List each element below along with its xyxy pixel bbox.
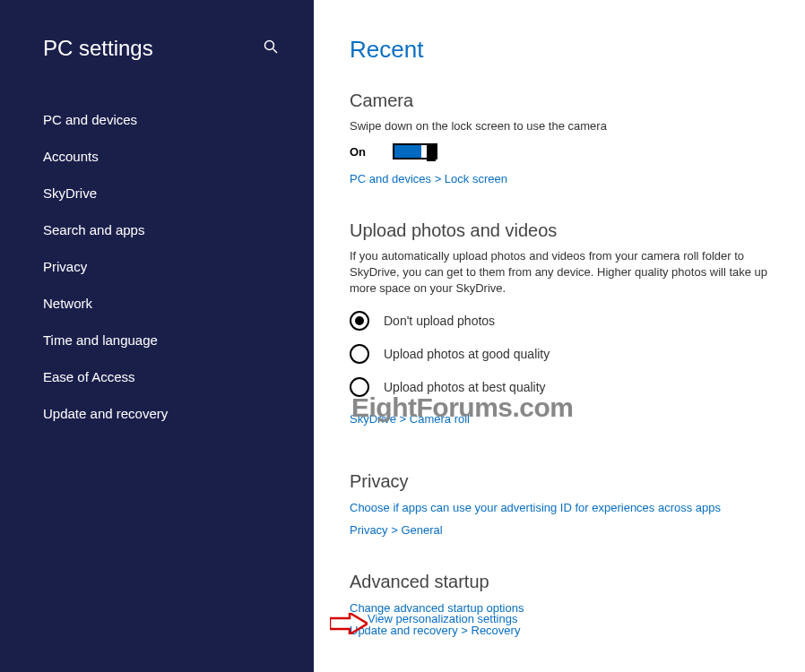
section-privacy: Privacy Choose if apps can use your adve… — [350, 471, 778, 540]
sidebar-title: PC settings — [43, 36, 153, 61]
radio-good-quality[interactable]: Upload photos at good quality — [350, 344, 778, 364]
nav-item-accounts[interactable]: Accounts — [0, 138, 314, 175]
nav-item-network[interactable]: Network — [0, 285, 314, 322]
nav-item-pc-devices[interactable]: PC and devices — [0, 101, 314, 138]
nav-list: PC and devices Accounts SkyDrive Search … — [0, 101, 314, 432]
upload-radio-group: Don't upload photos Upload photos at goo… — [350, 311, 778, 397]
upload-link[interactable]: SkyDrive > Camera roll — [350, 410, 778, 429]
nav-item-update-recovery[interactable]: Update and recovery — [0, 395, 314, 432]
radio-icon — [350, 344, 369, 364]
section-startup: Advanced startup Change advanced startup… — [350, 572, 778, 641]
nav-item-time-language[interactable]: Time and language — [0, 322, 314, 358]
section-camera: Camera Swipe down on the lock screen to … — [350, 90, 778, 189]
camera-desc: Swipe down on the lock screen to use the… — [350, 118, 778, 134]
startup-heading: Advanced startup — [350, 572, 778, 592]
toggle-state-label: On — [350, 145, 366, 159]
privacy-link-2[interactable]: Privacy > General — [350, 521, 778, 540]
section-upload: Upload photos and videos If you automati… — [350, 220, 778, 428]
radio-label: Don't upload photos — [384, 314, 495, 328]
radio-icon — [350, 311, 369, 331]
camera-link[interactable]: PC and devices > Lock screen — [350, 170, 778, 189]
nav-item-privacy[interactable]: Privacy — [0, 248, 314, 285]
radio-best-quality[interactable]: Upload photos at best quality — [350, 377, 778, 397]
nav-item-ease-access[interactable]: Ease of Access — [0, 358, 314, 395]
sidebar-header: PC settings — [0, 36, 314, 61]
privacy-heading: Privacy — [350, 471, 778, 492]
camera-toggle-row: On — [350, 143, 778, 159]
radio-label: Upload photos at good quality — [384, 347, 550, 361]
search-icon[interactable] — [264, 39, 278, 57]
main-content: Recent Camera Swipe down on the lock scr… — [314, 0, 805, 672]
sidebar: PC settings PC and devices Accounts SkyD… — [0, 0, 314, 672]
upload-heading: Upload photos and videos — [350, 220, 778, 241]
upload-desc: If you automatically upload photos and v… — [350, 248, 778, 297]
radio-icon — [350, 377, 369, 397]
camera-heading: Camera — [350, 90, 778, 111]
nav-item-skydrive[interactable]: SkyDrive — [0, 175, 314, 211]
radio-dont-upload[interactable]: Don't upload photos — [350, 311, 778, 331]
privacy-link-1[interactable]: Choose if apps can use your advertising … — [350, 499, 778, 518]
page-title: Recent — [350, 36, 778, 64]
svg-line-1 — [273, 49, 278, 54]
view-personalization-link[interactable]: View personalization settings — [368, 610, 517, 629]
radio-label: Upload photos at best quality — [384, 380, 546, 394]
camera-toggle[interactable] — [393, 143, 437, 159]
nav-item-search-apps[interactable]: Search and apps — [0, 211, 314, 248]
svg-point-0 — [265, 41, 274, 50]
